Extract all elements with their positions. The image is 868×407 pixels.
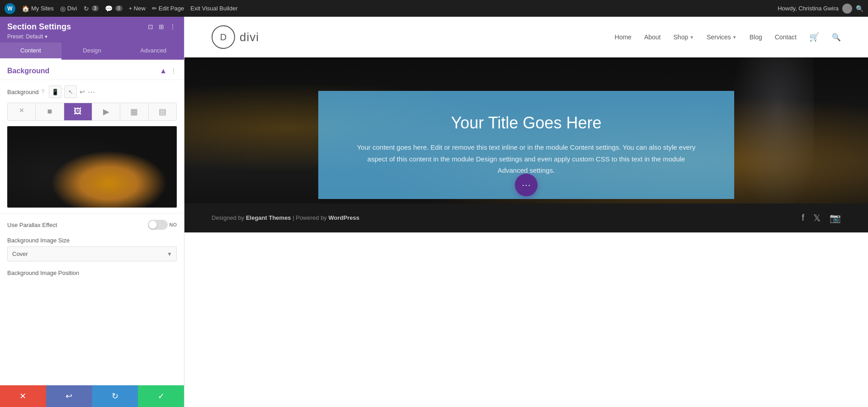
cocktail-image <box>7 126 177 208</box>
section-collapse-icon[interactable]: ▲ <box>160 67 167 75</box>
shop-dropdown-icon: ▼ <box>689 35 694 40</box>
nav-blog[interactable]: Blog <box>750 33 762 41</box>
comments-link[interactable]: 💬 0 <box>105 5 123 12</box>
preset-selector[interactable]: Preset: Default ▾ <box>7 33 71 40</box>
nav-home[interactable]: Home <box>615 33 632 41</box>
section-settings-panel: Section Settings Preset: Default ▾ ⊡ ⊞ ⋮ <box>0 17 184 407</box>
bg-image-size-select[interactable]: Cover Contain Auto Initial <box>7 246 177 261</box>
bg-image-size-select-wrapper: Cover Contain Auto Initial ▼ <box>7 246 177 261</box>
section-header-actions: ▲ ⋮ <box>160 67 177 75</box>
bg-undo-icon[interactable]: ↩ <box>80 88 85 95</box>
nav-search-icon[interactable]: 🔍 <box>832 33 841 42</box>
redo-button[interactable]: ↻ <box>92 385 138 407</box>
undo-icon: ↩ <box>66 391 72 401</box>
panel-tabs: Content Design Advanced <box>0 43 184 60</box>
my-sites-link[interactable]: 🏠 My Sites <box>22 5 54 12</box>
undo-button[interactable]: ↩ <box>46 385 92 407</box>
logo-text: divi <box>240 30 259 44</box>
admin-bar-right: Howdy, Christina Gwira 🔍 <box>778 4 863 14</box>
hero-title: Your Title Goes Here <box>354 114 698 133</box>
bg-type-pattern[interactable]: ▦ <box>120 103 148 120</box>
bg-image-size-label: Background Image Size <box>7 237 177 244</box>
bg-image-position-label: Background Image Position <box>7 270 177 276</box>
footer-socials: f 𝕏 📷 <box>802 213 841 223</box>
divi-link[interactable]: ◎ Divi <box>60 5 77 12</box>
panel-header-actions: ⊡ ⊞ ⋮ <box>147 22 177 31</box>
section-options-icon[interactable]: ⋮ <box>170 67 177 75</box>
twitter-icon[interactable]: 𝕏 <box>813 213 821 223</box>
new-button[interactable]: + New <box>129 5 146 12</box>
tab-advanced[interactable]: Advanced <box>123 43 184 60</box>
cart-icon[interactable]: 🛒 <box>809 32 819 42</box>
background-label: Background <box>7 89 38 95</box>
panel-grid-button[interactable]: ⊞ <box>158 22 165 31</box>
user-avatar[interactable] <box>842 4 852 14</box>
background-label-row: Background ? 📱 ↖ ↩ ⋯ <box>7 85 177 98</box>
cancel-button[interactable]: ✕ <box>0 385 46 407</box>
bg-type-video[interactable]: ▶ <box>92 103 120 120</box>
site-below-hero <box>184 232 868 407</box>
preset-chevron-icon: ▾ <box>45 33 47 40</box>
parallax-track[interactable] <box>148 220 168 230</box>
hero-text: Your content goes here. Edit or remove t… <box>354 142 698 176</box>
bg-more-icon[interactable]: ⋯ <box>88 88 95 96</box>
redo-icon: ↻ <box>112 391 118 401</box>
instagram-icon[interactable]: 📷 <box>830 213 841 223</box>
site-footer-wrapper: Designed by Elegant Themes | Powered by … <box>184 204 868 232</box>
facebook-icon[interactable]: f <box>802 213 804 223</box>
cancel-icon: ✕ <box>19 391 26 401</box>
bg-type-mask[interactable]: ▤ <box>149 103 176 120</box>
site-header: D divi Home About Shop ▼ <box>184 17 868 57</box>
bg-cursor-icon[interactable]: ↖ <box>64 85 77 98</box>
logo-letter: D <box>220 32 226 43</box>
background-type-tabs: ✕ ■ 🖼 ▶ ▦ ▤ <box>7 103 177 121</box>
admin-bar-left: W 🏠 My Sites ◎ Divi ↻ 3 💬 0 + New ✏ <box>5 3 770 14</box>
edit-page-button[interactable]: ✏ Edit Page <box>152 5 184 12</box>
background-image-preview[interactable] <box>7 126 177 208</box>
wordpress-logo[interactable]: W <box>5 3 15 14</box>
parallax-value: NO <box>170 222 177 227</box>
background-section-header: Background ▲ ⋮ <box>0 60 184 80</box>
site-logo: D divi <box>212 25 259 49</box>
admin-user-label: Howdy, Christina Gwira <box>778 5 839 12</box>
updates-link[interactable]: ↻ 3 <box>84 5 99 12</box>
website-preview: D divi Home About Shop ▼ <box>184 17 868 407</box>
hero-section: Your Title Goes Here Your content goes h… <box>184 57 868 232</box>
parallax-toggle[interactable]: NO <box>148 220 177 230</box>
background-preview-visual <box>7 126 177 208</box>
footer-credit: Designed by Elegant Themes | Powered by … <box>212 214 359 221</box>
exit-visual-builder-button[interactable]: Exit Visual Builder <box>190 5 238 12</box>
panel-expand-button[interactable]: ⊡ <box>147 22 154 31</box>
logo-circle: D <box>212 25 235 49</box>
save-icon: ✓ <box>158 391 165 401</box>
nav-services[interactable]: Services ▼ <box>707 33 737 41</box>
admin-search-icon[interactable]: 🔍 <box>856 5 863 12</box>
save-button[interactable]: ✓ <box>138 385 184 407</box>
help-icon[interactable]: ? <box>41 89 44 95</box>
bg-type-image[interactable]: 🖼 <box>64 103 92 120</box>
panel-more-button[interactable]: ⋮ <box>169 22 177 31</box>
background-section-title: Background <box>7 67 49 75</box>
panel-header: Section Settings Preset: Default ▾ ⊡ ⊞ ⋮ <box>0 17 184 43</box>
panel-title: Section Settings <box>7 22 71 32</box>
background-controls: Background ? 📱 ↖ ↩ ⋯ ✕ ■ 🖼 ▶ ▦ ▤ <box>0 80 184 213</box>
bg-type-none[interactable]: ✕ <box>8 103 36 120</box>
tab-content[interactable]: Content <box>0 43 61 60</box>
bg-image-position-field: Background Image Position <box>0 267 184 284</box>
parallax-label: Use Parallax Effect <box>7 222 57 228</box>
site-nav: Home About Shop ▼ Services ▼ Blog <box>615 32 841 42</box>
bg-image-size-field: Background Image Size Cover Contain Auto… <box>0 234 184 267</box>
floating-action-button[interactable]: ⋯ <box>515 174 538 196</box>
parallax-toggle-row: Use Parallax Effect NO <box>0 213 184 234</box>
nav-contact[interactable]: Contact <box>775 33 797 41</box>
fab-icon: ⋯ <box>522 180 531 190</box>
tab-design[interactable]: Design <box>61 43 123 60</box>
main-content: Section Settings Preset: Default ▾ ⊡ ⊞ ⋮ <box>0 17 868 407</box>
bg-device-icon[interactable]: 📱 <box>49 85 61 98</box>
services-dropdown-icon: ▼ <box>732 35 737 40</box>
panel-body: Background ▲ ⋮ Background ? 📱 ↖ ↩ ⋯ <box>0 60 184 385</box>
bg-type-color[interactable]: ■ <box>36 103 64 120</box>
nav-about[interactable]: About <box>644 33 661 41</box>
site-footer: Designed by Elegant Themes | Powered by … <box>184 204 868 232</box>
nav-shop[interactable]: Shop ▼ <box>674 33 694 41</box>
